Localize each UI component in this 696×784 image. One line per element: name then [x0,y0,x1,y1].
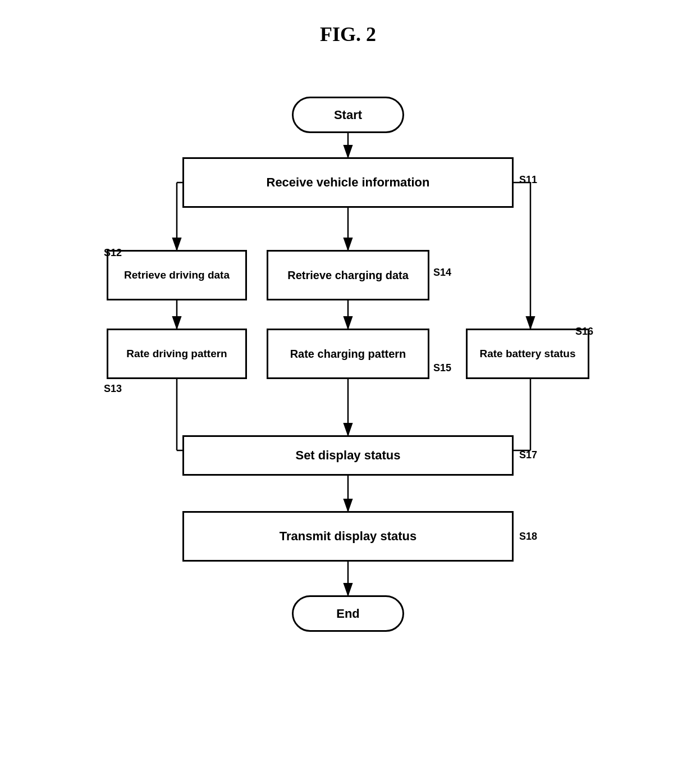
s17-node: Set display status [182,435,514,476]
s11-node: Receive vehicle information [182,157,514,208]
s16-label: Rate battery status [479,348,575,360]
start-node: Start [292,97,404,133]
s11-label: Receive vehicle information [267,175,430,190]
s17-ref: S17 [519,449,537,461]
s16-ref: S16 [575,326,593,338]
s14-ref: S14 [433,267,451,279]
s15-label: Rate charging pattern [290,348,406,361]
s16-node: Rate battery status [466,329,589,379]
s12-label: Retrieve driving data [124,269,230,281]
s15-ref: S15 [433,362,451,374]
s13-label: Rate driving pattern [126,348,227,360]
s12-node: Retrieve driving data [107,250,247,300]
s18-node: Transmit display status [182,511,514,562]
start-label: Start [334,108,362,122]
s18-ref: S18 [519,531,537,543]
s12-ref: S12 [104,247,122,259]
s11-ref: S11 [519,174,537,186]
s18-label: Transmit display status [280,529,417,544]
s13-ref: S13 [104,383,122,395]
s13-node: Rate driving pattern [107,329,247,379]
s17-label: Set display status [295,448,400,463]
end-node: End [292,595,404,632]
s14-label: Retrieve charging data [287,269,409,282]
s15-node: Rate charging pattern [267,329,429,379]
page-title: FIG. 2 [320,22,376,46]
end-label: End [336,607,360,621]
s14-node: Retrieve charging data [267,250,429,300]
